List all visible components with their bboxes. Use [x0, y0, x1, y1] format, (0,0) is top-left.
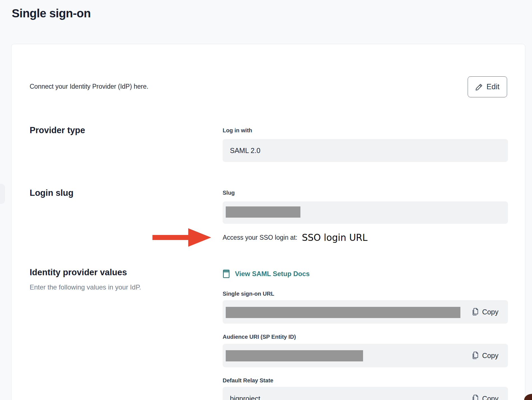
- sso-settings-card: Connect your Identity Provider (IdP) her…: [11, 44, 525, 400]
- page-title: Single sign-on: [12, 7, 91, 20]
- audience-uri-field[interactable]: Copy: [223, 344, 508, 367]
- annotation-highlight: SSO login URL: [302, 232, 368, 243]
- sso-url-copy-button[interactable]: Copy: [472, 308, 498, 316]
- edit-button[interactable]: Edit: [468, 76, 507, 97]
- view-saml-setup-docs-link[interactable]: View SAML Setup Docs: [223, 269, 310, 278]
- sso-url-label: Single sign-on URL: [223, 291, 274, 297]
- copy-button-label: Copy: [482, 308, 498, 316]
- slug-value-redacted: [226, 206, 300, 218]
- provider-type-field[interactable]: SAML 2.0: [223, 139, 508, 162]
- section-heading-idp-values: Identity provider values: [30, 267, 127, 277]
- relay-state-field[interactable]: bigproject Copy: [223, 387, 508, 400]
- relay-state-value: bigproject: [230, 395, 260, 400]
- intro-text: Connect your Identity Provider (IdP) her…: [30, 83, 148, 90]
- side-drawer-handle[interactable]: [0, 184, 5, 204]
- sso-login-annotation: Access your SSO login at: SSO login URL: [223, 230, 368, 245]
- sso-url-field[interactable]: Copy: [223, 300, 508, 324]
- docs-link-label: View SAML Setup Docs: [235, 270, 310, 278]
- idp-values-subheading: Enter the following values in your IdP.: [30, 283, 141, 291]
- audience-uri-label: Audience URI (SP Entity ID): [223, 334, 296, 340]
- audience-uri-copy-button[interactable]: Copy: [472, 351, 498, 360]
- copy-icon: [472, 351, 479, 360]
- edit-button-label: Edit: [486, 83, 500, 91]
- slug-label: Slug: [223, 190, 235, 196]
- annotation-arrow-icon: [152, 227, 213, 248]
- relay-state-label: Default Relay State: [223, 377, 273, 384]
- provider-type-value: SAML 2.0: [230, 147, 260, 155]
- section-heading-provider-type: Provider type: [30, 125, 85, 135]
- annotation-fragment: [524, 394, 532, 400]
- login-with-label: Log in with: [223, 127, 252, 134]
- audience-uri-value-redacted: [226, 350, 363, 361]
- slug-field[interactable]: [223, 201, 508, 224]
- copy-icon: [472, 308, 479, 316]
- relay-state-copy-button[interactable]: Copy: [472, 394, 498, 400]
- copy-icon: [472, 394, 479, 400]
- copy-button-label: Copy: [482, 395, 498, 400]
- journal-icon: [223, 269, 230, 278]
- sso-url-value-redacted: [226, 307, 460, 318]
- sso-settings-page: Single sign-on Connect your Identity Pro…: [0, 0, 532, 400]
- copy-button-label: Copy: [482, 352, 498, 360]
- annotation-prefix: Access your SSO login at:: [223, 234, 297, 241]
- section-heading-login-slug: Login slug: [30, 188, 74, 198]
- pencil-icon: [475, 83, 483, 91]
